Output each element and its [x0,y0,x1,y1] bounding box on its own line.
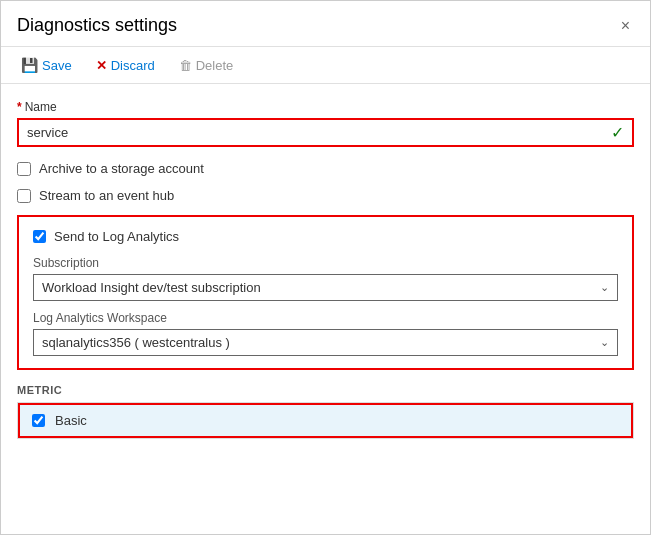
save-icon: 💾 [21,57,38,73]
save-label: Save [42,58,72,73]
delete-icon: 🗑 [179,58,192,73]
valid-checkmark-icon: ✓ [603,123,632,142]
metric-section: METRIC Basic [17,384,634,439]
name-label: * Name [17,100,634,114]
metric-basic-checkbox[interactable] [32,414,45,427]
log-analytics-header: Send to Log Analytics [33,229,618,244]
stream-checkbox[interactable] [17,189,31,203]
log-analytics-section: Send to Log Analytics Subscription Workl… [17,215,634,370]
metric-basic-row: Basic [18,403,633,438]
archive-checkbox[interactable] [17,162,31,176]
subscription-dropdown[interactable]: Workload Insight dev/test subscription ⌄ [33,274,618,301]
stream-label[interactable]: Stream to an event hub [39,188,174,203]
metric-basic-label[interactable]: Basic [55,413,87,428]
workspace-value: sqlanalytics356 ( westcentralus ) [42,335,600,350]
required-indicator: * [17,100,22,114]
name-input-wrapper: ✓ [17,118,634,147]
name-field-group: * Name ✓ [17,100,634,147]
subscription-label: Subscription [33,256,618,270]
subscription-dropdown-arrow-icon: ⌄ [600,281,609,294]
log-analytics-label[interactable]: Send to Log Analytics [54,229,179,244]
dialog-title: Diagnostics settings [17,15,177,36]
archive-checkbox-row: Archive to a storage account [17,161,634,176]
close-button[interactable]: × [617,16,634,36]
archive-label[interactable]: Archive to a storage account [39,161,204,176]
name-input[interactable] [19,120,603,145]
workspace-label: Log Analytics Workspace [33,311,618,325]
dialog-content: * Name ✓ Archive to a storage account St… [1,84,650,534]
stream-checkbox-row: Stream to an event hub [17,188,634,203]
discard-icon: ✕ [96,58,107,73]
discard-label: Discard [111,58,155,73]
workspace-dropdown-arrow-icon: ⌄ [600,336,609,349]
save-button[interactable]: 💾 Save [17,55,76,75]
delete-button[interactable]: 🗑 Delete [175,56,238,75]
toolbar: 💾 Save ✕ Discard 🗑 Delete [1,47,650,84]
subscription-value: Workload Insight dev/test subscription [42,280,600,295]
metric-section-label: METRIC [17,384,634,396]
discard-button[interactable]: ✕ Discard [92,56,159,75]
dialog-header: Diagnostics settings × [1,1,650,47]
workspace-dropdown[interactable]: sqlanalytics356 ( westcentralus ) ⌄ [33,329,618,356]
diagnostics-dialog: Diagnostics settings × 💾 Save ✕ Discard … [0,0,651,535]
delete-label: Delete [196,58,234,73]
metric-table: Basic [17,402,634,439]
log-analytics-checkbox[interactable] [33,230,46,243]
